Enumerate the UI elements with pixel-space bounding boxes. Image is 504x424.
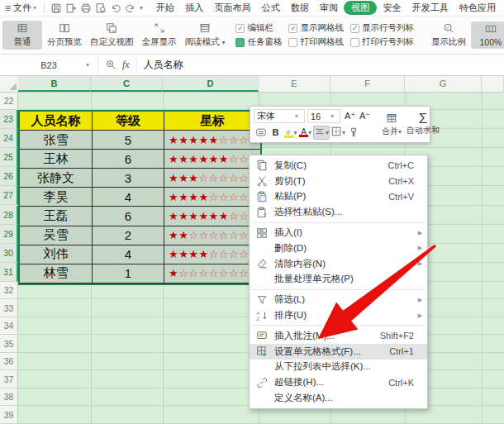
cell-stars[interactable]: ★★★★★★☆☆☆☆	[164, 207, 260, 226]
menubar-tab[interactable]: 开始	[151, 1, 179, 15]
checkbox-打印行号列标[interactable]: 打印行号列标	[350, 36, 414, 50]
column-header-G[interactable]: G	[405, 76, 482, 92]
row-header-26[interactable]: 26	[0, 167, 18, 186]
cell-stars[interactable]: ★★★★☆☆☆☆☆☆	[164, 245, 260, 264]
row-header-27[interactable]: 27	[0, 186, 18, 205]
column-header-D[interactable]: D	[163, 76, 259, 92]
menubar-tab[interactable]: 页面布局	[209, 1, 255, 15]
menu-item-paste[interactable]: 粘贴(P)Ctrl+V	[250, 189, 427, 205]
cell-stars[interactable]: ★★★★★☆☆☆☆☆	[164, 131, 260, 150]
row-header-28[interactable]: 28	[0, 206, 18, 225]
menu-item-idx8[interactable]: 批量处理单元格(P)	[250, 272, 427, 288]
cell-name[interactable]: 王林	[20, 150, 93, 169]
cell-level[interactable]: 6	[93, 207, 164, 226]
row-header-22[interactable]: 22	[0, 93, 18, 110]
column-header-partial[interactable]	[482, 76, 504, 92]
tool-button-one-to-one[interactable]: 1:1100%	[471, 21, 504, 49]
menubar-tab[interactable]: 审阅	[315, 1, 343, 15]
row-header-30[interactable]: 30	[0, 244, 18, 263]
row-header-32[interactable]: 32	[0, 282, 18, 300]
view-button-page-preview[interactable]: 分页预览	[44, 21, 85, 50]
checkbox-icon[interactable]	[288, 38, 297, 47]
row-header-38[interactable]: 38	[0, 388, 18, 407]
menubar-tab[interactable]: 插入	[180, 1, 208, 15]
row-header-36[interactable]: 36	[0, 353, 18, 371]
print-icon[interactable]	[78, 2, 93, 15]
font-size-caret-icon[interactable]: ▾	[330, 112, 334, 120]
save-icon[interactable]	[49, 2, 64, 15]
toolbar-more-icon[interactable]: ▾	[140, 4, 143, 12]
menubar-tab[interactable]: 特色应用	[454, 1, 501, 15]
table-header-cell[interactable]: 星标	[164, 112, 260, 131]
view-button-custom-view[interactable]: 自定义视图	[87, 21, 137, 50]
checkbox-任务窗格[interactable]: 任务窗格	[235, 36, 282, 50]
merge-center-button[interactable]: 合并▾	[379, 107, 404, 142]
menubar-tab[interactable]: 公式	[257, 1, 285, 15]
checkbox-icon[interactable]: ✓	[350, 24, 359, 33]
cell-level[interactable]: 6	[93, 150, 164, 169]
checkbox-icon[interactable]	[350, 38, 359, 47]
name-box[interactable]: B23 ▾	[0, 55, 98, 75]
tool-button-zoom-ratio[interactable]: 显示比例	[428, 21, 469, 50]
row-header-29[interactable]: 29	[0, 225, 18, 244]
row-header-37[interactable]: 37	[0, 370, 18, 388]
cell-stars[interactable]: ★★★☆☆☆☆☆☆☆	[164, 169, 260, 188]
cell-name[interactable]: 李昊	[20, 188, 93, 207]
select-all-corner[interactable]	[0, 76, 19, 92]
font-size-combo[interactable]: 16 ▾	[307, 109, 340, 123]
redo-icon[interactable]	[123, 2, 138, 15]
cell-name[interactable]: 吴雪	[20, 226, 93, 245]
cell-level[interactable]: 4	[93, 245, 164, 264]
print-preview-icon[interactable]	[93, 2, 108, 15]
checkbox-icon[interactable]	[235, 38, 245, 47]
column-header-B[interactable]: B	[18, 76, 91, 92]
menubar-tab[interactable]: 安全	[378, 1, 406, 15]
checkbox-icon[interactable]: ✓	[288, 24, 297, 33]
row-header-39[interactable]: 39	[0, 406, 18, 424]
column-header-F[interactable]: F	[330, 76, 405, 92]
cell-level[interactable]: 3	[93, 169, 164, 188]
menu-item-insert-cells[interactable]: 插入(I)▶	[250, 225, 427, 241]
font-color-button[interactable]: A▾	[298, 126, 312, 140]
menu-item-cut[interactable]: 剪切(T)Ctrl+X	[250, 174, 427, 189]
view-button-fullscreen[interactable]: 全屏显示	[139, 21, 180, 50]
cell-name[interactable]: 张雪	[20, 131, 93, 150]
menu-item-hyperlink[interactable]: 超链接(H)...Ctrl+K	[250, 374, 427, 390]
format-painter-icon[interactable]	[346, 126, 360, 140]
autosum-button[interactable]: Σ 自动求和	[404, 107, 442, 142]
menu-item-format-cells[interactable]: 设置单元格格式(F)...Ctrl+1	[250, 344, 427, 360]
font-name-caret-icon[interactable]: ▾	[295, 112, 298, 120]
cell-level[interactable]: 5	[93, 131, 164, 150]
table-header-cell[interactable]: 等级	[93, 112, 164, 131]
shrink-font-button[interactable]: A⁻	[358, 109, 372, 123]
menu-item-copy[interactable]: 复制(C)Ctrl+C	[250, 158, 427, 174]
cell-level[interactable]: 4	[93, 188, 164, 207]
output-icon[interactable]	[64, 2, 78, 15]
insert-function-icon[interactable]	[105, 59, 116, 72]
menu-item-eraser[interactable]: 清除内容(N)▶	[250, 256, 427, 272]
menu-item-comment[interactable]: 插入批注(M)...Shift+F2	[250, 328, 427, 344]
cell-name[interactable]: 刘伟	[20, 245, 93, 264]
row-header-31[interactable]: 31	[0, 263, 18, 282]
undo-icon[interactable]	[108, 2, 123, 15]
row-header-23[interactable]: 23	[0, 110, 18, 129]
hamburger-icon[interactable]: ≡	[5, 2, 11, 14]
bold-button[interactable]: B	[269, 126, 283, 140]
formula-input[interactable]: 人员名称	[136, 55, 504, 75]
cell-name[interactable]: 张静文	[20, 169, 93, 188]
row-header-34[interactable]: 34	[0, 317, 18, 336]
checkbox-icon[interactable]: ✓	[235, 24, 245, 33]
borders-button[interactable]: ▾	[330, 126, 345, 140]
menubar-tab[interactable]: 开发工具	[407, 1, 454, 15]
view-button-normal-view[interactable]: 普通	[2, 21, 42, 50]
menu-item-sort[interactable]: AZ排序(U)▶	[250, 307, 427, 323]
view-button-reading-mode[interactable]: 阅读模式 ▾	[182, 21, 229, 50]
menubar-tab[interactable]: 数据	[286, 1, 314, 15]
row-header-33[interactable]: 33	[0, 299, 18, 317]
cell-stars[interactable]: ★☆☆☆☆☆☆☆☆☆	[164, 264, 260, 283]
checkbox-打印网格线[interactable]: 打印网格线	[288, 36, 344, 50]
menu-item-idx15[interactable]: 从下拉列表中选择(K)...	[250, 360, 427, 375]
row-header-24[interactable]: 24	[0, 129, 18, 148]
checkbox-显示网格线[interactable]: ✓显示网格线	[288, 21, 344, 36]
name-box-caret-icon[interactable]: ▾	[86, 61, 89, 69]
